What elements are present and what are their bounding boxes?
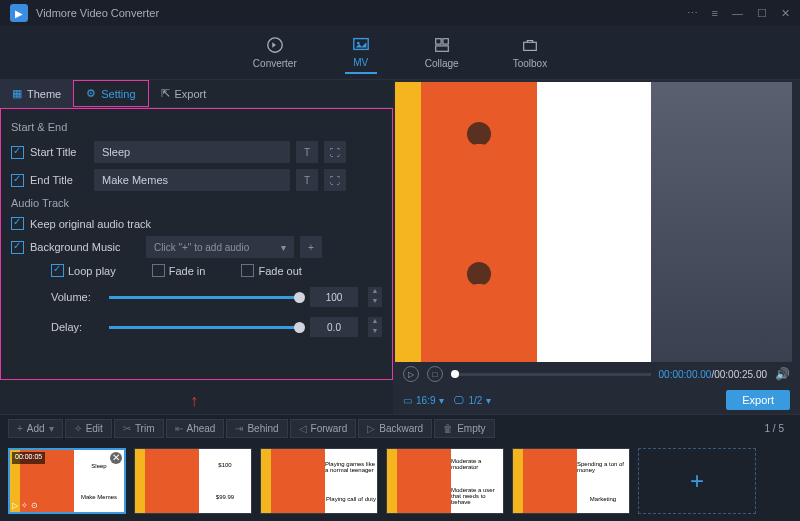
keep-original-label: Keep original audio track <box>30 218 151 230</box>
end-title-input[interactable] <box>94 169 290 191</box>
add-thumbnail-button[interactable]: + <box>638 448 756 514</box>
thumbnail-2[interactable]: $100$99.99 <box>134 448 252 514</box>
trim-clip-button[interactable]: ✂Trim <box>114 419 164 438</box>
scissors-icon: ✂ <box>123 423 131 434</box>
backward-button[interactable]: ▷Backward <box>358 419 432 438</box>
add-audio-button[interactable]: + <box>300 236 322 258</box>
play-icon[interactable]: ▷ <box>12 501 18 510</box>
screen-page-dropdown[interactable]: 🖵1/2▾ <box>454 395 491 406</box>
video-preview <box>395 82 792 362</box>
nav-converter[interactable]: Converter <box>247 32 303 73</box>
menu-icon[interactable]: ≡ <box>712 7 718 19</box>
svg-rect-9 <box>455 148 469 158</box>
svg-rect-12 <box>489 292 505 301</box>
clip-toolbar: +Add▾ ✧Edit ✂Trim ⇤Ahead ⇥Behind ◁Forwar… <box>0 414 800 442</box>
svg-point-7 <box>467 122 491 146</box>
remove-thumb-icon[interactable]: ✕ <box>110 452 122 464</box>
thumbnail-4[interactable]: Moderate a moderatorModerate a user that… <box>386 448 504 514</box>
end-title-checkbox[interactable] <box>11 174 24 187</box>
nav-collage[interactable]: Collage <box>419 32 465 73</box>
delay-value[interactable]: 0.0 <box>310 317 358 337</box>
tab-setting[interactable]: ⚙Setting <box>73 80 148 107</box>
svg-rect-11 <box>467 284 491 324</box>
mv-icon <box>351 35 371 53</box>
thumbnail-3[interactable]: Playing games like a normal teenagerPlay… <box>260 448 378 514</box>
gear-icon: ⚙ <box>86 87 96 100</box>
collage-icon <box>432 36 452 54</box>
svg-rect-5 <box>435 46 448 51</box>
chevron-down-icon: ▾ <box>49 423 54 434</box>
export-button[interactable]: Export <box>726 390 790 410</box>
edit-clip-button[interactable]: ✧Edit <box>65 419 112 438</box>
delay-spinner[interactable]: ▲▼ <box>368 317 382 337</box>
nav-mv[interactable]: MV <box>345 31 377 74</box>
background-music-dropdown[interactable]: Click "+" to add audio▾ <box>146 236 294 258</box>
ahead-icon: ⇤ <box>175 423 183 434</box>
volume-value[interactable]: 100 <box>310 287 358 307</box>
chevron-down-icon: ▾ <box>486 395 491 406</box>
wand-icon: ✧ <box>74 423 82 434</box>
minimize-icon[interactable]: — <box>732 7 743 19</box>
thumbnail-1[interactable]: 00:00:05✕ SleepMake Memes ▷✧⊙ <box>8 448 126 514</box>
theme-icon: ▦ <box>12 87 22 100</box>
page-info: 1 / 5 <box>765 423 792 434</box>
end-title-font-button[interactable]: T <box>296 169 318 191</box>
volume-slider[interactable] <box>109 296 300 299</box>
play-button[interactable]: ▷ <box>403 366 419 382</box>
chevron-down-icon: ▾ <box>281 242 286 253</box>
volume-label: Volume: <box>51 291 99 303</box>
trash-icon: 🗑 <box>443 423 453 434</box>
start-title-input[interactable] <box>94 141 290 163</box>
toolbox-icon <box>520 36 540 54</box>
svg-rect-3 <box>435 39 440 44</box>
background-music-label: Background Music <box>30 241 140 253</box>
start-title-expand-button[interactable]: ⛶ <box>324 141 346 163</box>
annotation-arrow-icon: ↑ <box>190 392 198 410</box>
svg-rect-4 <box>443 39 448 44</box>
svg-rect-8 <box>467 144 491 184</box>
delay-label: Delay: <box>51 321 99 333</box>
ahead-button[interactable]: ⇤Ahead <box>166 419 225 438</box>
nav-toolbox[interactable]: Toolbox <box>507 32 553 73</box>
timeline-slider[interactable] <box>451 373 651 376</box>
feedback-icon[interactable]: ⋯ <box>687 7 698 20</box>
volume-icon[interactable]: 🔊 <box>775 367 790 381</box>
stop-button[interactable]: □ <box>427 366 443 382</box>
forward-button[interactable]: ◁Forward <box>290 419 357 438</box>
top-nav: Converter MV Collage Toolbox <box>0 26 800 80</box>
end-title-expand-button[interactable]: ⛶ <box>324 169 346 191</box>
svg-point-10 <box>467 262 491 286</box>
start-title-font-button[interactable]: T <box>296 141 318 163</box>
converter-icon <box>265 36 285 54</box>
add-clip-button[interactable]: +Add▾ <box>8 419 63 438</box>
settings-panel: ▦Theme ⚙Setting ⇱Export Start & End Star… <box>0 80 393 414</box>
thumbnail-5[interactable]: Spending a ton of moneyMarketing <box>512 448 630 514</box>
aspect-dropdown[interactable]: ▭16:9▾ <box>403 395 444 406</box>
fade-out-checkbox[interactable] <box>241 264 254 277</box>
aspect-icon: ▭ <box>403 395 412 406</box>
maximize-icon[interactable]: ☐ <box>757 7 767 20</box>
delay-slider[interactable] <box>109 326 300 329</box>
chevron-down-icon: ▾ <box>439 395 444 406</box>
svg-rect-6 <box>524 42 537 50</box>
app-title: Vidmore Video Converter <box>36 7 159 19</box>
loop-play-checkbox[interactable] <box>51 264 64 277</box>
tab-theme[interactable]: ▦Theme <box>0 80 73 107</box>
more-icon[interactable]: ⊙ <box>31 501 38 510</box>
empty-button[interactable]: 🗑Empty <box>434 419 494 438</box>
end-title-label: End Title <box>30 174 88 186</box>
keep-original-checkbox[interactable] <box>11 217 24 230</box>
titlebar: ▶ Vidmore Video Converter ⋯ ≡ — ☐ ✕ <box>0 0 800 26</box>
edit-icon[interactable]: ✧ <box>21 501 28 510</box>
volume-spinner[interactable]: ▲▼ <box>368 287 382 307</box>
background-music-checkbox[interactable] <box>11 241 24 254</box>
tab-export[interactable]: ⇱Export <box>149 80 219 107</box>
close-icon[interactable]: ✕ <box>781 7 790 20</box>
start-title-label: Start Title <box>30 146 88 158</box>
section-audio: Audio Track <box>11 197 382 209</box>
forward-icon: ◁ <box>299 423 307 434</box>
behind-button[interactable]: ⇥Behind <box>226 419 287 438</box>
fade-in-checkbox[interactable] <box>152 264 165 277</box>
start-title-checkbox[interactable] <box>11 146 24 159</box>
export-icon: ⇱ <box>161 87 170 100</box>
